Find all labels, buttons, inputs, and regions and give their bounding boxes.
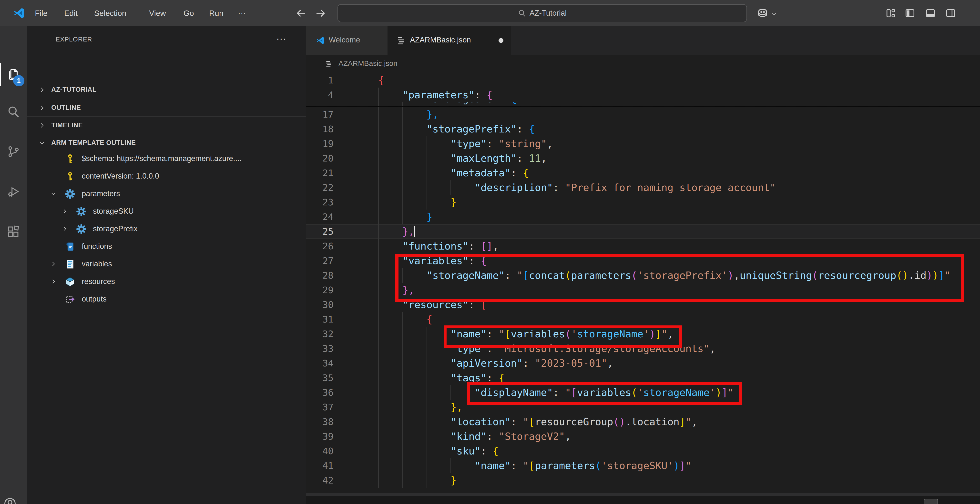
toggle-primary-sidebar-icon[interactable] <box>904 8 916 19</box>
line-number[interactable]: 17 <box>306 107 334 122</box>
line-number[interactable]: 37 <box>306 400 334 415</box>
line-number[interactable]: 18 <box>306 122 334 137</box>
menu-file[interactable]: File <box>35 0 48 26</box>
line-number[interactable]: 32 <box>306 327 334 341</box>
outline-item-variables[interactable]: variables <box>27 255 306 273</box>
code-line-32[interactable]: 32"name": "[variables('storageName')]", <box>306 327 980 341</box>
line-number[interactable]: 38 <box>306 415 334 429</box>
section-outline[interactable]: OUTLINE <box>27 99 306 117</box>
toggle-panel-icon[interactable] <box>925 8 936 19</box>
line-number[interactable]: 19 <box>306 137 334 151</box>
code-line-21[interactable]: 21"metadata": { <box>306 165 980 180</box>
history-back-icon[interactable] <box>295 7 307 19</box>
menu-selection[interactable]: Selection <box>94 0 126 26</box>
command-center-search[interactable]: AZ-Tutorial <box>337 4 747 22</box>
line-number[interactable]: 39 <box>306 429 334 444</box>
code-line-1[interactable]: 1{ <box>306 73 980 87</box>
section-timeline[interactable]: TIMELINE <box>27 116 306 134</box>
line-number[interactable]: 25 <box>306 224 334 239</box>
line-number[interactable]: 33 <box>306 341 334 356</box>
activity-run-and-debug[interactable] <box>0 176 27 207</box>
code-line-31[interactable]: 31{ <box>306 312 980 327</box>
activity-explorer[interactable] <box>0 58 27 90</box>
code-line-28[interactable]: 28"storageName": "[concat(parameters('st… <box>306 268 980 283</box>
chevron-right-icon[interactable] <box>50 261 57 267</box>
code-line-22[interactable]: 22"description": "Prefix for naming stor… <box>306 180 980 195</box>
line-number[interactable]: 4 <box>306 87 334 102</box>
activity-search[interactable] <box>0 96 27 127</box>
toggle-secondary-sidebar-icon[interactable] <box>945 8 956 19</box>
line-number[interactable]: 20 <box>306 151 334 165</box>
copilot-icon[interactable] <box>757 7 768 19</box>
outline-item-schemaschema[interactable]: $schema: https://schema.management.azure… <box>27 150 306 168</box>
line-number[interactable]: 1 <box>306 73 334 87</box>
outline-item-storageSKU[interactable]: storageSKU <box>27 203 306 220</box>
code-line-27[interactable]: 27"variables": { <box>306 253 980 268</box>
views-and-more-actions-icon[interactable]: ··· <box>276 33 286 44</box>
history-forward-icon[interactable] <box>315 7 326 19</box>
code-line-34[interactable]: 34"apiVersion": "2023-05-01", <box>306 356 980 370</box>
chevron-down-icon[interactable] <box>50 191 57 197</box>
code-line-26[interactable]: 26"functions": [], <box>306 239 980 253</box>
tab-welcome[interactable]: Welcome <box>306 26 388 55</box>
code-line-17[interactable]: 17}, <box>306 107 980 122</box>
line-number[interactable]: 34 <box>306 356 334 370</box>
line-number[interactable]: 24 <box>306 210 334 224</box>
line-number[interactable]: 31 <box>306 312 334 327</box>
breadcrumb[interactable]: AZARMBasic.json <box>306 55 980 73</box>
outline-item-storagePrefix[interactable]: storagePrefix <box>27 220 306 238</box>
line-number[interactable]: 40 <box>306 444 334 458</box>
code-line-36[interactable]: 36"displayName": "[variables('storageNam… <box>306 385 980 400</box>
code-line-37[interactable]: 37}, <box>306 400 980 415</box>
code-line-23[interactable]: 23} <box>306 195 980 210</box>
code-line-4[interactable]: 4"parameters": { <box>306 87 980 102</box>
line-number[interactable]: 22 <box>306 180 334 195</box>
code-line-38[interactable]: 38"location": "[resourceGroup().location… <box>306 415 980 429</box>
line-number[interactable]: 5 <box>306 102 334 106</box>
code-line-42[interactable]: 42} <box>306 473 980 488</box>
code-line-41[interactable]: 41"name": "[parameters('storageSKU')]" <box>306 458 980 473</box>
line-number[interactable]: 23 <box>306 195 334 210</box>
tab-azarmbasic-json[interactable]: AZARMBasic.json <box>388 26 511 55</box>
outline-item-resources[interactable]: resources <box>27 273 306 291</box>
customize-layout-icon[interactable] <box>885 8 896 19</box>
menu-view[interactable]: View <box>149 0 166 26</box>
code-line-20[interactable]: 20"maxLength": 11, <box>306 151 980 165</box>
line-number[interactable]: 27 <box>306 253 334 268</box>
section-az-tutorial[interactable]: AZ-TUTORIAL <box>27 81 306 99</box>
code-line-29[interactable]: 29}, <box>306 283 980 297</box>
line-number[interactable]: 29 <box>306 283 334 297</box>
code-line-40[interactable]: 40"sku": { <box>306 444 980 458</box>
line-number[interactable]: 30 <box>306 297 334 312</box>
outline-item-parameters[interactable]: parameters <box>27 185 306 203</box>
line-number[interactable]: 26 <box>306 239 334 253</box>
code-line-39[interactable]: 39"kind": "StorageV2", <box>306 429 980 444</box>
modified-dot[interactable] <box>498 38 503 43</box>
menu-overflow[interactable]: ··· <box>238 0 246 26</box>
code-editor[interactable]: 17},18"storagePrefix": {19"type": "strin… <box>306 107 980 493</box>
line-number[interactable]: 41 <box>306 458 334 473</box>
code-line-35[interactable]: 35"tags": { <box>306 370 980 385</box>
code-line-18[interactable]: 18"storagePrefix": { <box>306 122 980 137</box>
menu-go[interactable]: Go <box>183 0 194 26</box>
menu-edit[interactable]: Edit <box>64 0 78 26</box>
line-number[interactable]: 35 <box>306 370 334 385</box>
chevron-down-icon[interactable] <box>771 10 778 17</box>
code-line-5[interactable]: 5"storageSKU": { <box>306 102 980 106</box>
chevron-right-icon[interactable] <box>62 226 68 232</box>
outline-item-contentVersion[interactable]: contentVersion: 1.0.0.0 <box>27 168 306 185</box>
activity-extensions[interactable] <box>0 215 27 247</box>
menu-run[interactable]: Run <box>209 0 224 26</box>
code-line-30[interactable]: 30"resources": [ <box>306 297 980 312</box>
activity-source-control[interactable] <box>0 136 27 167</box>
line-number[interactable]: 36 <box>306 385 334 400</box>
chevron-right-icon[interactable] <box>50 278 57 285</box>
section-arm-template-outline[interactable]: ARM TEMPLATE OUTLINE <box>27 134 306 152</box>
line-number[interactable]: 21 <box>306 165 334 180</box>
activity-accounts[interactable] <box>0 487 27 504</box>
code-line-33[interactable]: 33"type": "Microsoft.Storage/storageAcco… <box>306 341 980 356</box>
outline-item-outputs[interactable]: outputs <box>27 291 306 308</box>
code-line-25[interactable]: 25}, <box>306 224 980 239</box>
chevron-right-icon[interactable] <box>62 208 68 215</box>
line-number[interactable]: 28 <box>306 268 334 283</box>
